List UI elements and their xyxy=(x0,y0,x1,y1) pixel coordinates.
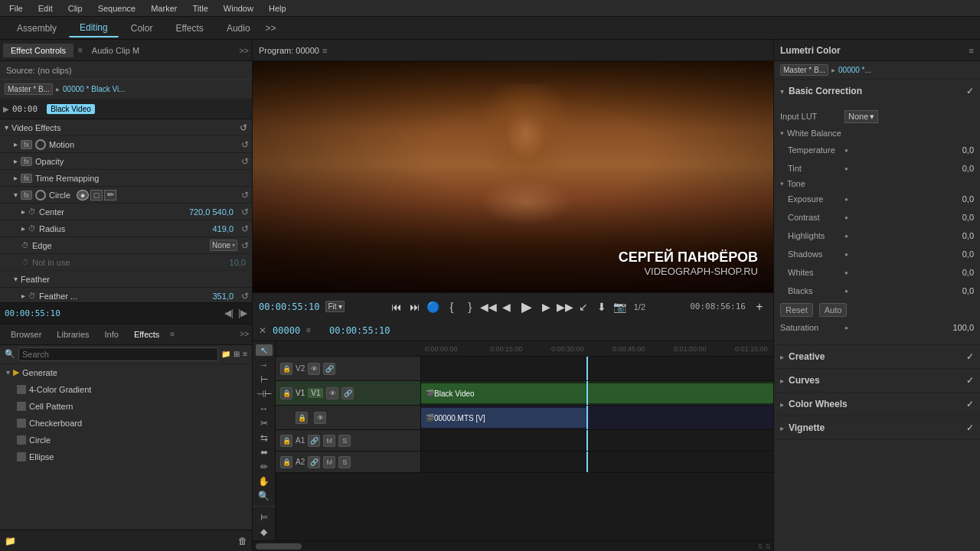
tab-libraries[interactable]: Libraries xyxy=(49,328,96,341)
go-to-start-icon[interactable]: ◀| xyxy=(224,308,234,318)
track-v2-content[interactable] xyxy=(421,357,773,380)
v1-lock-btn[interactable]: 🔒 xyxy=(280,387,292,399)
basic-correction-checkmark[interactable]: ✓ xyxy=(966,86,974,96)
menu-title[interactable]: Title xyxy=(189,2,211,15)
motion-expand-icon[interactable]: ▸ xyxy=(14,140,18,148)
saturation-value[interactable]: 100,0 xyxy=(952,323,974,332)
creative-header[interactable]: ▸ Creative ✓ xyxy=(774,345,980,368)
curves-checkmark[interactable]: ✓ xyxy=(966,375,974,386)
track-a1-content[interactable] xyxy=(421,430,773,451)
tab-browser[interactable]: Browser xyxy=(3,328,49,341)
tab-assembly[interactable]: Assembly xyxy=(6,20,67,37)
temperature-value[interactable]: 0,0 xyxy=(962,145,974,155)
step-back-btn[interactable]: ⏭ xyxy=(407,299,423,315)
track-select-tool-btn[interactable]: → xyxy=(256,359,273,370)
contrast-value[interactable]: 0,0 xyxy=(962,213,974,222)
opacity-expand-icon[interactable]: ▸ xyxy=(14,157,18,165)
a2-lock-btn[interactable]: 🔒 xyxy=(280,456,292,468)
v2-eye-btn[interactable]: 👁 xyxy=(308,363,320,375)
menu-clip[interactable]: Clip xyxy=(65,2,86,15)
shadows-value[interactable]: 0,0 xyxy=(962,249,974,259)
a2-s-btn[interactable]: S xyxy=(338,456,351,468)
track-v1-content[interactable]: 🎬 Black Video xyxy=(421,381,773,405)
a1-s-btn[interactable]: S xyxy=(338,435,351,447)
prev-frame-btn[interactable]: ◀ xyxy=(499,299,514,315)
tab-effects[interactable]: Effects xyxy=(126,328,167,341)
slip-tool-btn[interactable]: ⇆ xyxy=(256,432,273,443)
input-lut-dropdown[interactable]: None ▾ xyxy=(844,110,878,123)
radius-stopwatch-icon[interactable]: ⏱ xyxy=(28,224,36,233)
menu-sequence[interactable]: Sequence xyxy=(95,2,139,15)
v1-eye-btn[interactable]: 👁 xyxy=(326,387,338,399)
wb-expand-icon[interactable]: ▾ xyxy=(780,129,784,137)
overwrite-btn[interactable]: ⬇ xyxy=(594,299,609,315)
color-wheels-checkmark[interactable]: ✓ xyxy=(966,399,974,409)
effects-item-ellipse[interactable]: Ellipse xyxy=(0,448,252,465)
menu-file[interactable]: File xyxy=(6,2,26,15)
tab-color[interactable]: Color xyxy=(120,20,164,37)
feather-amount-value[interactable]: 351,0 xyxy=(212,292,234,301)
new-folder-btn[interactable]: 📁 xyxy=(5,536,16,546)
lumetri-seq-label[interactable]: 00000 *... xyxy=(838,66,871,74)
a2-m-btn[interactable]: M xyxy=(323,456,335,468)
out-point-btn[interactable]: } xyxy=(462,299,478,315)
whites-value[interactable]: 0,0 xyxy=(962,268,974,277)
exposure-value[interactable]: 0,0 xyxy=(962,194,974,204)
effects-item-4color[interactable]: 4-Color Gradient xyxy=(0,381,252,398)
tint-value[interactable]: 0,0 xyxy=(962,164,974,173)
edge-dropdown[interactable]: None ▾ xyxy=(210,240,237,251)
vignette-header[interactable]: ▸ Vignette ✓ xyxy=(774,416,980,439)
insert-btn[interactable]: ↙ xyxy=(576,299,591,315)
clip-mts[interactable]: 🎬 00000.MTS [V] xyxy=(421,408,586,428)
close-sequence-icon[interactable]: ✕ xyxy=(259,325,266,336)
circle-expand-icon[interactable]: ▾ xyxy=(14,191,18,199)
bottom-expand-icon[interactable]: >> xyxy=(240,330,249,338)
pen-tool-btn[interactable]: ✏ xyxy=(256,461,273,472)
zoom-tool-btn[interactable]: 🔍 xyxy=(256,490,273,501)
effects-item-checkerboard[interactable]: Checkerboard xyxy=(0,415,252,432)
center-expand-icon[interactable]: ▸ xyxy=(21,207,25,216)
tab-info[interactable]: Info xyxy=(97,328,126,341)
circle-shape-icon[interactable]: ● xyxy=(77,190,89,201)
feather-expand-icon[interactable]: ▾ xyxy=(14,275,18,283)
motion-reset-icon[interactable]: ↺ xyxy=(241,139,249,150)
next-frame-btn[interactable]: ▶ xyxy=(539,299,554,315)
a1-m-btn[interactable]: M xyxy=(323,435,335,447)
v2-lock-btn[interactable]: 🔒 xyxy=(280,363,292,375)
video-effects-expand-icon[interactable]: ▾ xyxy=(5,123,8,132)
edge-reset-icon[interactable]: ↺ xyxy=(241,240,249,251)
radius-expand-icon[interactable]: ▸ xyxy=(21,224,25,233)
program-menu-icon[interactable]: ≡ xyxy=(322,46,327,55)
roll-tool-btn[interactable]: ⊣⊢ xyxy=(256,388,273,399)
a1-sync-btn[interactable]: 🔗 xyxy=(308,435,320,447)
feather-amount-expand-icon[interactable]: ▸ xyxy=(21,292,25,300)
feather-amount-reset-icon[interactable]: ↺ xyxy=(241,291,249,302)
v1-clip-lock-btn[interactable]: 🔒 xyxy=(296,412,308,424)
menu-edit[interactable]: Edit xyxy=(35,2,56,15)
align-left-btn[interactable]: ⊨ xyxy=(256,511,273,523)
tab-audio-clip[interactable]: Audio Clip M xyxy=(84,44,147,57)
basic-correction-header[interactable]: ▾ Basic Correction ✓ xyxy=(774,80,980,103)
left-panel-expand-icon[interactable]: >> xyxy=(239,46,249,55)
edge-stopwatch-icon[interactable]: ⏱ xyxy=(21,241,29,249)
blacks-value[interactable]: 0,0 xyxy=(962,286,974,295)
camera-btn[interactable]: 📷 xyxy=(612,299,628,315)
v1-sync-btn[interactable]: 🔗 xyxy=(341,387,354,399)
curves-header[interactable]: ▸ Curves ✓ xyxy=(774,369,980,392)
timeline-scrollbar-thumb[interactable] xyxy=(256,543,302,549)
basic-auto-btn[interactable]: Auto xyxy=(819,303,848,317)
tab-audio[interactable]: Audio xyxy=(216,20,261,37)
ripple-tool-btn[interactable]: ⊢ xyxy=(256,373,273,385)
effects-list-icon[interactable]: ≡ xyxy=(243,350,247,358)
tabs-more-icon[interactable]: >> xyxy=(266,23,276,34)
sequence-menu-icon[interactable]: ≡ xyxy=(306,326,311,334)
new-folder-icon[interactable]: 📁 xyxy=(221,350,230,358)
center-reset-icon[interactable]: ↺ xyxy=(241,207,249,217)
effects-menu-icon[interactable]: ≡ xyxy=(170,330,175,338)
tone-expand-icon[interactable]: ▾ xyxy=(780,180,784,187)
slide-tool-btn[interactable]: ⬌ xyxy=(256,446,273,458)
rect-shape-icon[interactable]: □ xyxy=(90,190,103,201)
tab-effect-controls[interactable]: Effect Controls xyxy=(3,44,74,57)
vignette-checkmark[interactable]: ✓ xyxy=(966,422,974,433)
delete-effect-btn[interactable]: 🗑 xyxy=(238,536,247,546)
